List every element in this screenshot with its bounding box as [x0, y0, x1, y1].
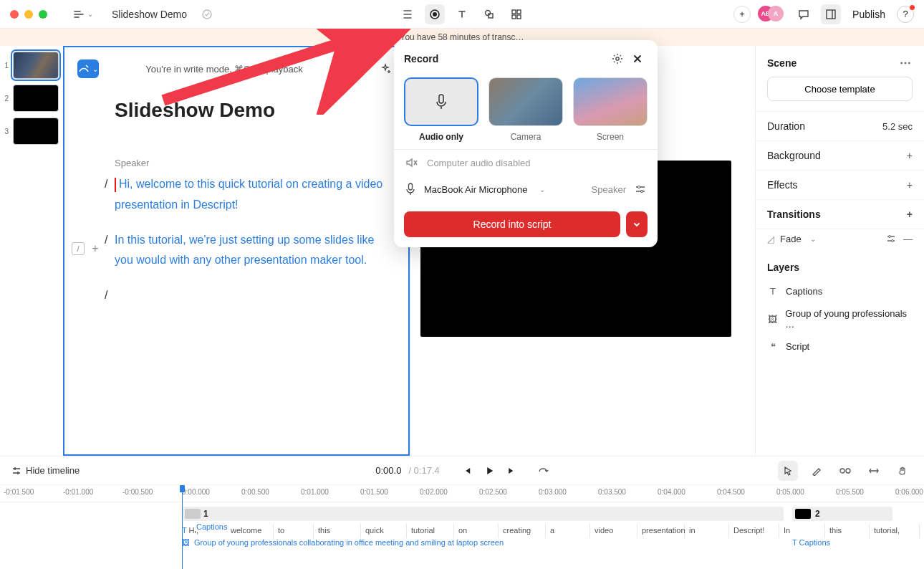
svg-rect-8: [512, 15, 516, 19]
slide-thumb[interactable]: 3: [0, 116, 63, 149]
word-track[interactable]: welcometothisquicktutorialoncreatingavid…: [226, 524, 924, 538]
search-icon[interactable]: [350, 59, 370, 79]
svg-rect-5: [489, 14, 493, 18]
invite-button[interactable]: +: [733, 6, 751, 23]
captions-track-label[interactable]: T Captions: [792, 538, 830, 547]
word-token[interactable]: on: [454, 524, 499, 538]
script-layer-icon: ❝: [767, 341, 779, 352]
window-zoom[interactable]: [39, 10, 47, 19]
add-background-icon[interactable]: +: [907, 150, 913, 161]
skip-forward-icon[interactable]: [507, 466, 517, 476]
scene-more-icon[interactable]: ⋯: [900, 56, 913, 70]
pointer-tool-icon[interactable]: [778, 461, 798, 481]
computer-audio-row[interactable]: Computer audio disabled: [394, 150, 658, 176]
mic-settings-icon[interactable]: [635, 184, 646, 194]
transition-settings-icon[interactable]: [886, 234, 896, 244]
captions-badge[interactable]: Captions: [195, 522, 228, 531]
panel-toggle-icon[interactable]: [821, 4, 841, 24]
hide-timeline-button[interactable]: Hide timeline: [11, 465, 80, 476]
project-menu-icon[interactable]: ⌄: [73, 4, 93, 24]
scene-clip[interactable]: 1: [182, 507, 784, 521]
word-token[interactable]: to: [274, 524, 314, 538]
publish-button[interactable]: Publish: [848, 9, 890, 20]
choose-template-button[interactable]: Choose template: [767, 77, 913, 101]
speaker-select[interactable]: Speaker: [592, 184, 626, 195]
word-token[interactable]: this: [314, 524, 361, 538]
script-editor[interactable]: ⌄ You're in write mode. ⌘S for playback …: [63, 46, 410, 456]
add-effect-icon[interactable]: +: [907, 179, 913, 191]
timeline-tracks[interactable]: 1 2 T Hi, Captions welcometothisquicktut…: [0, 502, 924, 569]
word-token[interactable]: creating: [499, 524, 546, 538]
record-into-script-button[interactable]: Record into script: [404, 211, 620, 237]
asset-track-label[interactable]: Group of young professionals collaborati…: [182, 538, 504, 547]
link-tool-icon[interactable]: [835, 461, 855, 481]
layer-item[interactable]: TCaptions: [767, 280, 913, 302]
transition-fade-row[interactable]: ◿ Fade⌄ —: [756, 229, 924, 253]
word-token[interactable]: video: [590, 524, 637, 538]
insert-plus-button[interactable]: +: [89, 242, 102, 255]
skip-back-icon[interactable]: [461, 466, 471, 476]
text-layer-icon: T: [767, 286, 779, 297]
collaborator-avatars[interactable]: AB A: [758, 6, 786, 23]
script-paragraph[interactable]: /In this tutorial, we're just setting up…: [115, 230, 395, 272]
image-layer-icon: 🖼: [767, 314, 778, 325]
script-paragraph[interactable]: /Hi, welcome to this quick tutorial on c…: [115, 174, 395, 216]
time-ruler[interactable]: -0:01.500-0:01.000-0:00.5000:00.0000:00.…: [0, 485, 924, 502]
record-close-icon[interactable]: [627, 49, 648, 69]
word-token[interactable]: welcome: [226, 524, 274, 538]
word-token[interactable]: in: [685, 524, 729, 538]
loop-icon[interactable]: [537, 466, 549, 476]
grid-icon[interactable]: [506, 4, 526, 24]
microphone-icon: [434, 93, 448, 110]
record-dropdown-button[interactable]: [626, 211, 648, 237]
scene-clip[interactable]: 2: [792, 507, 892, 521]
window-minimize[interactable]: [24, 10, 33, 19]
range-tool-icon[interactable]: [864, 461, 884, 481]
background-row[interactable]: Background+: [756, 141, 924, 171]
layer-item[interactable]: ❝Script: [767, 335, 913, 358]
word-token[interactable]: In: [779, 524, 825, 538]
word-token[interactable]: quick: [361, 524, 407, 538]
word-token[interactable]: a: [546, 524, 590, 538]
shapes-icon[interactable]: [479, 4, 499, 24]
playhead[interactable]: [182, 485, 183, 569]
comments-icon[interactable]: [794, 4, 814, 24]
layout-icon[interactable]: [398, 4, 418, 24]
titlebar: ⌄ Slideshow Demo + AB A Publish ?: [0, 0, 924, 29]
window-close[interactable]: [10, 10, 19, 19]
blade-tool-icon[interactable]: [807, 461, 827, 481]
word-token[interactable]: this: [825, 524, 870, 538]
word-token[interactable]: Descript!: [729, 524, 779, 538]
record-icon[interactable]: [425, 4, 445, 24]
slide-thumb[interactable]: 2: [0, 83, 63, 116]
word-token[interactable]: presentation: [637, 524, 685, 538]
insert-slash-button[interactable]: /: [72, 242, 85, 255]
speaker-label[interactable]: Speaker: [115, 158, 395, 168]
record-settings-icon[interactable]: [607, 49, 627, 69]
word-token[interactable]: tutorial,: [870, 524, 920, 538]
record-option-audio[interactable]: Audio only: [404, 77, 478, 142]
hand-tool-icon[interactable]: [892, 461, 913, 481]
project-title[interactable]: Slideshow Demo: [112, 9, 187, 20]
record-option-screen[interactable]: Screen: [573, 77, 648, 142]
effects-row[interactable]: Effects+: [756, 171, 924, 200]
record-title: Record: [404, 53, 607, 64]
svg-line-13: [362, 71, 364, 73]
add-transition-icon[interactable]: +: [907, 209, 913, 220]
record-option-camera[interactable]: Camera: [489, 77, 563, 142]
transition-remove-icon[interactable]: —: [903, 234, 913, 244]
svg-point-22: [846, 469, 850, 473]
properties-sidebar: Scene⋯ Choose template Duration5.2 sec B…: [755, 46, 924, 456]
duration-row[interactable]: Duration5.2 sec: [756, 112, 924, 141]
play-icon[interactable]: [484, 466, 494, 476]
slide-thumb[interactable]: 1: [0, 50, 63, 83]
ai-sparkle-icon[interactable]: [375, 59, 395, 79]
svg-rect-7: [517, 10, 521, 14]
write-mode-icon[interactable]: ⌄: [77, 59, 99, 78]
help-icon[interactable]: ?: [897, 6, 914, 23]
script-title[interactable]: Slideshow Demo: [115, 99, 395, 122]
layer-item[interactable]: 🖼Group of young professionals …: [767, 302, 913, 335]
word-token[interactable]: tutorial: [407, 524, 454, 538]
text-tool-icon[interactable]: [452, 4, 472, 24]
microphone-row[interactable]: MacBook Air Microphone⌄ Speaker: [394, 176, 658, 203]
